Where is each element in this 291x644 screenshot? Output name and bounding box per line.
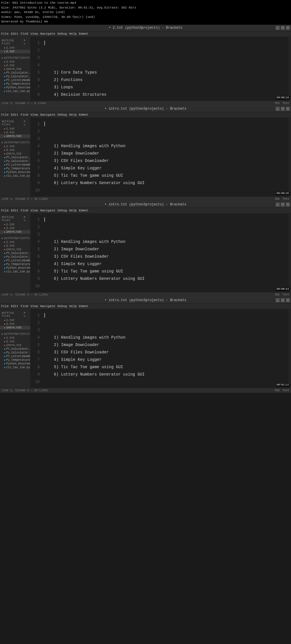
menu-item-debug[interactable]: Debug — [57, 32, 67, 36]
minimize-button[interactable]: _ — [276, 107, 280, 111]
working-file-2.txt[interactable]: ●2.txt — [0, 131, 30, 134]
project-file-intro.txt[interactable]: ●intro.txt — [0, 152, 30, 156]
maximize-button[interactable]: □ — [281, 26, 285, 30]
project-file-Python_OnscreenkeyBoard.py[interactable]: ●Python_OnscreenkeyBoard.py — [0, 266, 30, 270]
project-file-PY_LotteryNumbers.py[interactable]: ●PY_LotteryNumbers.py — [0, 163, 30, 167]
menu-item-emmet[interactable]: Emmet — [79, 32, 88, 36]
project-file-2.txt[interactable]: ●2.txt — [0, 148, 30, 152]
project-file-1.txt[interactable]: ●1.txt — [0, 60, 30, 64]
code-content[interactable]: 1) Handling images with Python 2) Image … — [42, 118, 288, 196]
project-file-tic_tac_toe.py[interactable]: ●tic_tac_toe.py — [0, 174, 30, 178]
minimize-button[interactable]: _ — [276, 203, 280, 207]
working-file-1.txt[interactable]: ●1.txt — [0, 127, 30, 131]
close-button[interactable]: × — [286, 107, 290, 111]
project-file-Py_Temperature_Converter.py[interactable]: ●Py_Temperature_Converter.py — [0, 262, 30, 266]
scrollbar[interactable] — [288, 37, 291, 101]
menu-item-navigate[interactable]: Navigate — [40, 32, 55, 36]
menu-item-edit[interactable]: Edit — [11, 32, 18, 36]
menu-item-edit[interactable]: Edit — [11, 305, 18, 308]
working-file-2.txt[interactable]: ●2.txt — [0, 226, 30, 230]
project-file-1.txt[interactable]: ●1.txt — [0, 336, 30, 340]
project-section-title[interactable]: ▶ python3projects — [0, 140, 30, 145]
code-content[interactable]: 1) Handling images with Python 2) Image … — [42, 214, 288, 292]
project-file-1.txt[interactable]: ●1.txt — [0, 240, 30, 244]
project-file-Python_OnscreenkeyBoard.py[interactable]: ●Python_OnscreenkeyBoard.py — [0, 86, 30, 89]
maximize-button[interactable]: □ — [281, 298, 285, 302]
working-file-2.txt[interactable]: ●2.txt — [0, 322, 30, 326]
scrollbar[interactable] — [288, 214, 291, 292]
working-file-1.txt[interactable]: ●1.txt — [0, 223, 30, 226]
project-file-PY_Calculator_4.py[interactable]: ●PY_Calculator_4.py — [0, 156, 30, 159]
menu-item-find[interactable]: Find — [21, 32, 28, 36]
scrollbar[interactable] — [288, 309, 291, 388]
menu-item-file[interactable]: File — [1, 305, 9, 308]
project-file-Py_Temperature_Converter.py[interactable]: ●Py_Temperature_Converter.py — [0, 82, 30, 86]
code-content[interactable]: 1) Core Data Types 2) Functions 3) Loops… — [42, 37, 288, 101]
menu-item-help[interactable]: Help — [69, 209, 76, 212]
minimize-button[interactable]: _ — [276, 298, 280, 302]
menu-item-view[interactable]: View — [30, 32, 38, 36]
maximize-button[interactable]: □ — [281, 203, 285, 207]
working-file-intro.txt[interactable]: ●intro.txt — [0, 230, 30, 234]
menu-item-emmet[interactable]: Emmet — [79, 305, 88, 308]
minimize-button[interactable]: _ — [276, 26, 280, 30]
menu-item-help[interactable]: Help — [69, 32, 76, 36]
menu-item-help[interactable]: Help — [69, 113, 76, 116]
close-button[interactable]: × — [286, 203, 290, 207]
project-file-Py_Temperature_Converter.py[interactable]: ●Py_Temperature_Converter.py — [0, 167, 30, 170]
project-file-Py_Calculator_5.py[interactable]: ●Py_Calculator_5.py — [0, 351, 30, 355]
working-file-1.txt[interactable]: ●1.txt — [0, 46, 30, 50]
project-file-2.txt[interactable]: ●2.txt — [0, 340, 30, 343]
project-file-Py_Calculator_5.py[interactable]: ●Py_Calculator_5.py — [0, 75, 30, 78]
project-file-Python_OnscreenkeyBoard.py[interactable]: ●Python_OnscreenkeyBoard.py — [0, 170, 30, 174]
project-file-PY_LotteryNumbers.py[interactable]: ●PY_LotteryNumbers.py — [0, 259, 30, 262]
menu-item-debug[interactable]: Debug — [57, 113, 67, 116]
working-file-1.txt[interactable]: ●1.txt — [0, 318, 30, 322]
menu-item-file[interactable]: File — [1, 32, 9, 36]
project-file-2.txt[interactable]: ●2.txt — [0, 64, 30, 67]
menu-item-file[interactable]: File — [1, 209, 9, 212]
menu-item-emmet[interactable]: Emmet — [79, 113, 88, 116]
project-file-intro.txt[interactable]: ●intro.txt — [0, 67, 30, 71]
maximize-button[interactable]: □ — [281, 107, 285, 111]
menu-item-view[interactable]: View — [30, 305, 38, 308]
menu-item-view[interactable]: View — [30, 113, 38, 116]
close-button[interactable]: × — [286, 26, 290, 30]
menu-item-emmet[interactable]: Emmet — [79, 209, 88, 212]
project-file-intro.txt[interactable]: ●intro.txt — [0, 248, 30, 251]
project-file-intro.txt[interactable]: ●intro.txt — [0, 343, 30, 347]
menu-item-edit[interactable]: Edit — [11, 113, 18, 116]
project-file-PY_LotteryNumbers.py[interactable]: ●PY_LotteryNumbers.py — [0, 355, 30, 358]
project-file-tic_tac_toe.py[interactable]: ●tic_tac_toe.py — [0, 366, 30, 369]
project-file-PY_Calculator_4.py[interactable]: ●PY_Calculator_4.py — [0, 71, 30, 75]
working-file-intro.txt[interactable]: ●intro.txt — [0, 326, 30, 330]
project-file-Py_Temperature_Converter.py[interactable]: ●Py_Temperature_Converter.py — [0, 358, 30, 362]
project-file-Python_OnscreenkeyBoard.py[interactable]: ●Python_OnscreenkeyBoard.py — [0, 362, 30, 366]
project-file-tic_tac_toe.py[interactable]: ●tic_tac_toe.py — [0, 89, 30, 93]
menu-item-view[interactable]: View — [30, 209, 38, 212]
project-file-1.txt[interactable]: ●1.txt — [0, 145, 30, 148]
menu-item-find[interactable]: Find — [21, 305, 28, 308]
menu-item-find[interactable]: Find — [21, 209, 28, 212]
project-file-PY_LotteryNumbers.py[interactable]: ●PY_LotteryNumbers.py — [0, 78, 30, 82]
menu-item-find[interactable]: Find — [21, 113, 28, 116]
menu-item-help[interactable]: Help — [69, 305, 76, 308]
menu-item-debug[interactable]: Debug — [57, 209, 67, 212]
project-section-title[interactable]: ▶ python3projects — [0, 235, 30, 240]
code-content[interactable]: 1) Handling images with Python 2) Image … — [42, 309, 288, 388]
menu-item-debug[interactable]: Debug — [57, 305, 67, 308]
menu-item-navigate[interactable]: Navigate — [40, 305, 55, 308]
close-button[interactable]: × — [286, 298, 290, 302]
project-file-Py_Calculator_5.py[interactable]: ●Py_Calculator_5.py — [0, 255, 30, 259]
project-section-title[interactable]: ▶ python3projects — [0, 331, 30, 336]
working-file-intro.txt[interactable]: ●intro.txt — [0, 134, 30, 138]
menu-item-navigate[interactable]: Navigate — [40, 209, 55, 212]
project-file-Py_Calculator_5.py[interactable]: ●Py_Calculator_5.py — [0, 159, 30, 163]
scrollbar[interactable] — [288, 118, 291, 196]
project-file-tic_tac_toe.py[interactable]: ●tic_tac_toe.py — [0, 270, 30, 274]
project-section-title[interactable]: ▶ python3projects — [0, 55, 30, 60]
project-file-2.txt[interactable]: ●2.txt — [0, 244, 30, 248]
menu-item-file[interactable]: File — [1, 113, 9, 116]
project-file-PY_Calculator_4.py[interactable]: ●PY_Calculator_4.py — [0, 347, 30, 351]
project-file-PY_Calculator_4.py[interactable]: ●PY_Calculator_4.py — [0, 251, 30, 255]
